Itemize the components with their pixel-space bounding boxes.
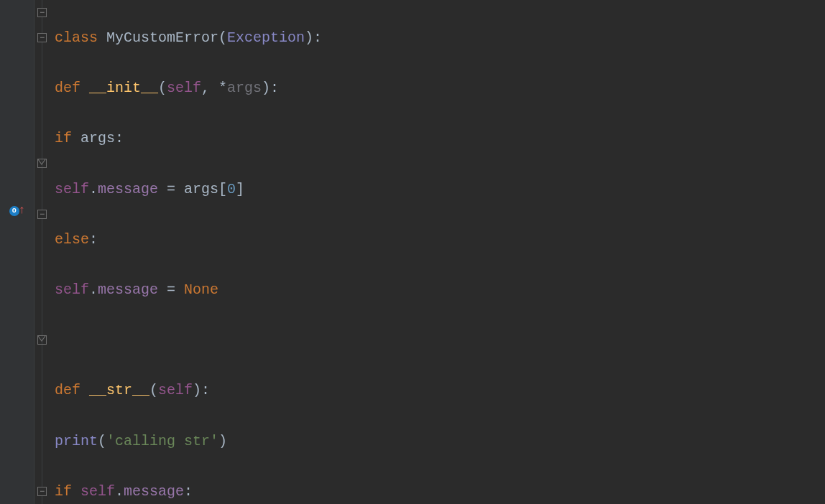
builtin-print: print xyxy=(55,429,98,454)
paren: ( xyxy=(98,429,106,454)
attribute: message xyxy=(124,479,184,504)
code-line[interactable]: print('calling str') xyxy=(55,429,825,454)
dot: . xyxy=(115,479,124,504)
paren-colon: ): xyxy=(305,25,322,50)
keyword-none: None xyxy=(184,277,218,302)
override-circle-icon: o xyxy=(9,206,19,216)
gutter: o ↑ xyxy=(0,0,34,504)
fold-end-init[interactable] xyxy=(37,159,47,168)
code-line-blank[interactable] xyxy=(55,327,825,353)
fold-toggle-class[interactable] xyxy=(37,8,47,17)
identifier: args xyxy=(80,126,115,151)
code-line[interactable]: def __str__(self): xyxy=(55,378,825,403)
dot: . xyxy=(89,177,98,202)
dot: . xyxy=(89,277,98,302)
paren: ( xyxy=(149,378,158,403)
keyword-if: if xyxy=(55,479,80,504)
bracket: ] xyxy=(236,177,244,202)
fold-toggle-str[interactable] xyxy=(37,210,47,219)
equals: = xyxy=(167,177,184,202)
paren-colon: ): xyxy=(193,378,210,403)
attribute: message xyxy=(98,177,167,202)
self-ref: self xyxy=(55,177,89,202)
param-self: self xyxy=(167,75,201,101)
method-name: __str__ xyxy=(89,378,149,403)
code-line[interactable]: self.message = args[0] xyxy=(55,177,825,202)
override-method-icon[interactable]: o ↑ xyxy=(3,204,32,218)
fold-toggle-init[interactable] xyxy=(37,33,47,42)
fold-toggle-comment[interactable] xyxy=(37,487,47,496)
identifier: args xyxy=(184,177,218,202)
code-line[interactable]: if self.message: xyxy=(55,479,825,504)
paren: ( xyxy=(218,25,227,50)
number: 0 xyxy=(227,177,236,202)
comma-star: , * xyxy=(201,75,227,101)
keyword-def: def xyxy=(55,378,89,403)
colon: : xyxy=(184,479,193,504)
keyword-class: class xyxy=(55,25,106,50)
colon: : xyxy=(115,126,124,151)
paren-colon: ): xyxy=(262,75,279,101)
param-self: self xyxy=(158,378,193,403)
class-name: MyCustomError xyxy=(106,25,218,50)
code-line[interactable]: class MyCustomError(Exception): xyxy=(55,25,825,50)
colon: : xyxy=(89,227,98,252)
param-args: args xyxy=(227,75,262,101)
string-literal: 'calling str' xyxy=(106,429,218,454)
paren: ) xyxy=(218,429,227,454)
equals: = xyxy=(167,277,184,302)
code-editor[interactable]: class MyCustomError(Exception): def __in… xyxy=(55,0,825,504)
method-name: __init__ xyxy=(89,75,158,101)
attribute: message xyxy=(98,277,167,302)
code-line[interactable]: else: xyxy=(55,227,825,252)
self-ref: self xyxy=(55,277,89,302)
keyword-if: if xyxy=(55,126,80,151)
keyword-else: else xyxy=(55,227,89,252)
override-up-arrow-icon: ↑ xyxy=(19,198,26,223)
code-line[interactable]: if args: xyxy=(55,126,825,151)
keyword-def: def xyxy=(55,75,89,101)
code-line[interactable]: self.message = None xyxy=(55,277,825,302)
code-line[interactable]: def __init__(self, *args): xyxy=(55,75,825,101)
fold-guide-line xyxy=(42,0,42,504)
bracket: [ xyxy=(218,177,227,202)
base-class: Exception xyxy=(227,25,305,50)
paren: ( xyxy=(158,75,167,101)
fold-end-str[interactable] xyxy=(37,335,47,345)
self-ref: self xyxy=(80,479,115,504)
